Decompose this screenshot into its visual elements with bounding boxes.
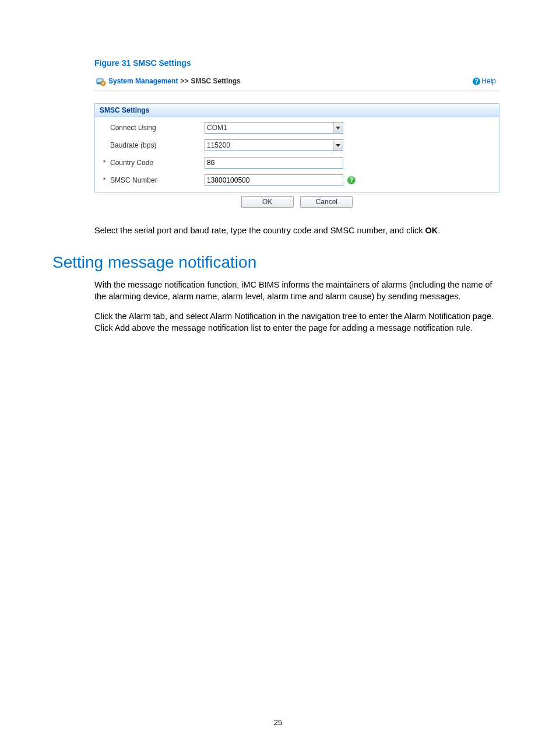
figure-caption: Figure 31 SMSC Settings xyxy=(94,58,504,68)
ok-button[interactable]: OK xyxy=(241,196,294,208)
smsc-settings-panel: SMSC Settings Connect Using COM1 xyxy=(94,103,499,192)
p2-s1: Click the xyxy=(94,312,129,321)
help-link[interactable]: ? Help xyxy=(473,77,496,85)
row-country-code: * Country Code xyxy=(101,157,493,169)
svg-marker-4 xyxy=(336,127,340,130)
p2-s3: in the navigation tree to enter the xyxy=(276,312,404,321)
label-baudrate: Baudrate (bps) xyxy=(108,141,205,149)
p2-s2: tab, and select xyxy=(151,312,210,321)
baudrate-value: 115200 xyxy=(207,141,230,149)
cancel-button[interactable]: Cancel xyxy=(300,196,353,208)
breadcrumb-separator: >> xyxy=(180,77,188,85)
connect-using-select[interactable]: COM1 xyxy=(205,122,343,134)
p2-b3: Alarm Notification xyxy=(404,312,470,321)
row-baudrate: Baudrate (bps) 115200 xyxy=(101,139,493,151)
svg-marker-5 xyxy=(336,144,340,147)
breadcrumb: System Management >> SMSC Settings xyxy=(96,76,241,86)
smsc-settings-screenshot: System Management >> SMSC Settings ? Hel… xyxy=(94,74,499,209)
row-connect-using: Connect Using COM1 xyxy=(101,122,493,134)
system-management-icon xyxy=(96,76,106,86)
button-row: OK Cancel xyxy=(94,192,499,209)
paragraph-1: With the message notification function, … xyxy=(94,279,504,302)
p2-b1: Alarm xyxy=(129,312,151,321)
svg-point-3 xyxy=(103,83,104,84)
p2-b2: Alarm Notification xyxy=(210,312,276,321)
baudrate-select[interactable]: 115200 xyxy=(205,139,343,151)
country-code-input[interactable] xyxy=(205,157,343,169)
help-label: Help xyxy=(481,77,496,85)
page-number: 25 xyxy=(0,718,556,727)
required-marker: * xyxy=(101,159,108,167)
label-smsc-number: SMSC Number xyxy=(108,176,205,184)
label-country-code: Country Code xyxy=(108,159,205,167)
smsc-number-field[interactable] xyxy=(207,176,343,184)
smsc-number-input[interactable] xyxy=(205,174,343,186)
panel-title: SMSC Settings xyxy=(95,104,499,117)
instr-pre: Select the serial port and baud rate, ty… xyxy=(94,226,425,235)
chevron-down-icon xyxy=(333,140,343,150)
chevron-down-icon xyxy=(333,123,343,133)
instr-post: . xyxy=(438,226,440,235)
row-smsc-number: * SMSC Number ? xyxy=(101,174,493,186)
info-icon[interactable]: ? xyxy=(347,176,356,184)
breadcrumb-current: SMSC Settings xyxy=(191,77,240,85)
required-marker: * xyxy=(101,176,108,184)
p2-s5: above the message notification list to e… xyxy=(129,323,472,332)
instruction-text: Select the serial port and baud rate, ty… xyxy=(94,225,504,237)
breadcrumb-root[interactable]: System Management xyxy=(108,77,178,85)
label-connect-using: Connect Using xyxy=(108,124,205,132)
country-code-field[interactable] xyxy=(207,159,343,167)
breadcrumb-row: System Management >> SMSC Settings ? Hel… xyxy=(94,74,499,90)
paragraph-2: Click the Alarm tab, and select Alarm No… xyxy=(94,310,504,334)
help-icon: ? xyxy=(473,78,480,85)
form-body: Connect Using COM1 Baudrate (bps) xyxy=(95,117,499,192)
instr-ok: OK xyxy=(425,226,438,235)
p2-b4: Add xyxy=(115,323,130,332)
section-heading: Setting message notification xyxy=(52,253,504,272)
connect-using-value: COM1 xyxy=(207,124,227,132)
